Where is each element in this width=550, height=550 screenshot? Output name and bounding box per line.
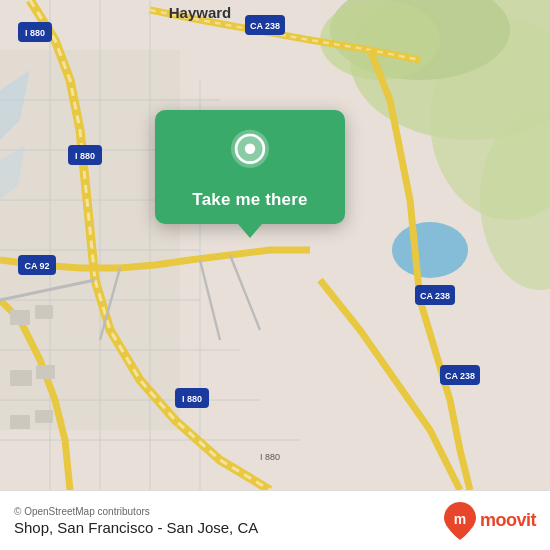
location-popup: Take me there [155,110,345,224]
take-me-there-button[interactable]: Take me there [192,190,307,210]
svg-text:m: m [454,511,466,527]
svg-text:I 880: I 880 [75,151,95,161]
svg-point-51 [245,144,255,154]
svg-text:I 880: I 880 [25,28,45,38]
location-pin-icon [224,128,276,180]
moovit-pin-icon: m [444,502,476,540]
svg-rect-40 [10,310,30,325]
location-info: © OpenStreetMap contributors Shop, San F… [14,506,258,536]
svg-text:CA 92: CA 92 [24,261,49,271]
svg-rect-43 [36,365,55,379]
svg-rect-44 [10,415,30,429]
svg-rect-45 [35,410,53,423]
location-label: Shop, San Francisco - San Jose, CA [14,519,258,536]
svg-text:CA 238: CA 238 [445,371,475,381]
svg-text:I 880: I 880 [260,452,280,462]
moovit-logo: m moovit [444,502,536,540]
svg-text:CA 238: CA 238 [420,291,450,301]
svg-text:Hayward: Hayward [169,4,232,21]
bottom-bar: © OpenStreetMap contributors Shop, San F… [0,490,550,550]
svg-text:I 880: I 880 [182,394,202,404]
svg-rect-42 [10,370,32,386]
svg-rect-41 [35,305,53,319]
map: I 880 I 880 CA 238 CA 92 I 880 CA 238 CA… [0,0,550,490]
svg-point-6 [392,222,468,278]
moovit-wordmark: moovit [480,510,536,531]
svg-text:CA 238: CA 238 [250,21,280,31]
copyright-text: © OpenStreetMap contributors [14,506,258,517]
